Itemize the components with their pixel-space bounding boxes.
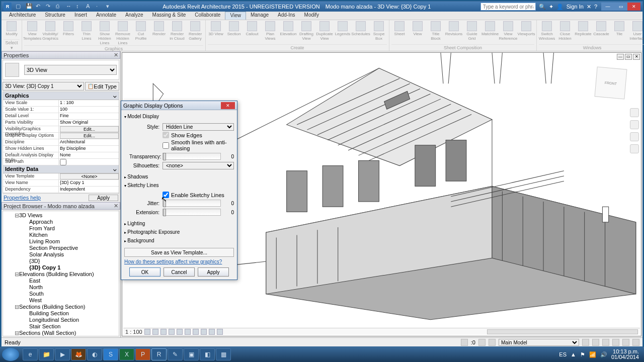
open-icon[interactable]: ▢ — [16, 3, 23, 10]
ribbon-duplicateview[interactable]: Duplicate View — [316, 21, 333, 41]
tab-view[interactable]: View — [225, 12, 246, 20]
ribbon-closehidden[interactable]: Close Hidden — [557, 21, 573, 41]
exchange-icon[interactable]: ✕ — [587, 4, 591, 10]
tray-action-icon[interactable]: ⚑ — [580, 351, 585, 358]
prop-value[interactable]: Edit... — [58, 126, 119, 132]
taskbar-app2-icon[interactable]: ✎ — [168, 348, 183, 360]
browser-node[interactable]: Building Section — [4, 310, 118, 317]
visual-style-icon[interactable] — [152, 329, 158, 335]
type-selector[interactable]: 3D View — [24, 65, 117, 75]
select-face-icon[interactable] — [612, 339, 619, 346]
tab-insert[interactable]: Insert — [70, 12, 92, 20]
ribbon-filters[interactable]: Filters — [60, 21, 76, 36]
browser-node[interactable]: {3D} — [4, 258, 118, 264]
tab-structure[interactable]: Structure — [40, 12, 70, 20]
show-edges-checkbox[interactable] — [163, 132, 169, 138]
browser-node[interactable]: {3D} Copy 1 — [4, 264, 118, 271]
print-icon[interactable]: ⎙ — [56, 3, 63, 10]
ribbon-dview[interactable]: 3D View — [208, 21, 224, 36]
ribbon-showhiddenlines[interactable]: Show Hidden Lines — [97, 21, 113, 45]
ribbon-userinterface[interactable]: User Interface — [629, 21, 644, 41]
orbit-icon[interactable] — [630, 144, 639, 153]
apply-button[interactable]: Apply — [198, 267, 229, 277]
align-icon[interactable]: ↕ — [76, 3, 83, 10]
ribbon-cutprofile[interactable]: Cut Profile — [133, 21, 149, 41]
taskbar-media-icon[interactable]: ▶ — [55, 348, 70, 360]
measure-icon[interactable]: ↔ — [66, 3, 73, 10]
silhouettes-select[interactable]: <none> — [163, 162, 234, 169]
ribbon-viewreference[interactable]: View Reference — [500, 21, 516, 41]
ok-button[interactable]: OK — [129, 267, 160, 277]
select-pinned-icon[interactable] — [602, 339, 609, 346]
ribbon-schedules[interactable]: Schedules — [353, 21, 369, 36]
rendering-icon[interactable] — [177, 329, 183, 335]
ribbon-sheet[interactable]: Sheet — [391, 21, 408, 36]
tray-up-icon[interactable]: ▲ — [571, 351, 576, 357]
dialog-titlebar[interactable]: Graphic Display Options ✕ — [121, 101, 237, 110]
ribbon-render[interactable]: Render — [151, 21, 167, 36]
tab-addins[interactable]: Add-Ins — [273, 12, 299, 20]
enable-sketchy-checkbox[interactable] — [163, 192, 169, 198]
ribbon-draftingview[interactable]: Drafting View — [298, 21, 314, 41]
ribbon-viewports[interactable]: Viewports — [518, 21, 534, 36]
browser-node[interactable]: South — [4, 291, 118, 297]
prop-value[interactable]: Architectural — [58, 139, 119, 145]
browser-node[interactable]: West — [4, 297, 118, 304]
undo-icon[interactable]: ↶ — [36, 3, 43, 10]
app-logo[interactable]: R — [4, 3, 12, 11]
browser-node[interactable]: Stair Section — [4, 323, 118, 330]
minimize-button[interactable]: — — [601, 3, 614, 11]
ribbon-switchwindows[interactable]: Switch Windows — [539, 21, 555, 41]
browser-node[interactable]: Section Perspective — [4, 245, 118, 251]
style-select[interactable]: Hidden Line — [163, 123, 234, 131]
design-options-icon[interactable] — [489, 339, 496, 346]
props-section-identitydata[interactable]: Identity Data⌵ — [3, 165, 119, 173]
ribbon-revisions[interactable]: Revisions — [446, 21, 462, 36]
jitter-slider[interactable] — [163, 200, 221, 207]
tray-date[interactable]: 01/04/2014 — [611, 354, 639, 360]
background-section[interactable]: Background — [124, 236, 234, 245]
taskbar-app4-icon[interactable]: ◧ — [200, 348, 215, 360]
sun-path-icon[interactable] — [160, 329, 167, 335]
help-search-input[interactable] — [480, 3, 536, 11]
prop-value[interactable]: Edit... — [58, 133, 119, 139]
cancel-button[interactable]: Cancel — [164, 267, 195, 277]
more-icon[interactable]: ▾ — [106, 3, 113, 10]
user-icon[interactable]: 👤 — [556, 4, 564, 10]
save-as-template-button[interactable]: Save as View Template... — [124, 248, 234, 257]
prop-value[interactable]: {3D} Copy 1 — [58, 180, 119, 186]
extension-slider[interactable] — [163, 209, 221, 216]
tab-massingsite[interactable]: Massing & Site — [148, 12, 191, 20]
properties-close-icon[interactable]: ✕ — [114, 52, 118, 58]
tab-annotate[interactable]: Annotate — [92, 12, 121, 20]
start-button[interactable] — [2, 348, 19, 361]
crop-icon[interactable] — [185, 329, 191, 335]
browser-node[interactable]: From Yard — [4, 225, 118, 232]
browser-node[interactable]: North — [4, 284, 118, 291]
ribbon-viewtemplates[interactable]: View Templates — [24, 21, 40, 41]
view-instance-selector[interactable]: 3D View: {3D} Copy 1 — [3, 82, 84, 90]
smooth-lines-checkbox[interactable] — [163, 142, 169, 149]
browser-node[interactable]: Kitchen — [4, 232, 118, 238]
taskbar-revit-icon[interactable]: R — [151, 348, 167, 360]
detail-level-icon[interactable] — [144, 329, 150, 335]
modify-button[interactable]: Modify — [4, 21, 20, 36]
ribbon-legends[interactable]: Legends — [335, 21, 351, 36]
props-section-graphics[interactable]: Graphics⌵ — [3, 92, 119, 100]
prop-value[interactable]: <None> — [58, 173, 119, 179]
taskbar-excel-icon[interactable]: X — [119, 348, 134, 360]
save-icon[interactable]: 💾 — [26, 3, 33, 10]
tray-net-icon[interactable]: 📶 — [589, 351, 596, 358]
prop-value[interactable]: 1 : 100 — [58, 100, 119, 106]
ribbon-removehiddenlines[interactable]: Remove Hidden Lines — [115, 21, 131, 45]
taskbar-app5-icon[interactable]: ▦ — [216, 348, 231, 360]
tab-manage[interactable]: Manage — [246, 12, 273, 20]
ribbon-visibilitygraphics[interactable]: Visibility/ Graphics — [42, 21, 58, 41]
lighting-section[interactable]: Lighting — [124, 219, 234, 228]
prop-value[interactable]: By Discipline — [58, 146, 119, 152]
search-icon[interactable]: 🔍 — [539, 4, 546, 10]
ribbon-cascade[interactable]: Cascade — [593, 21, 609, 36]
browser-node[interactable]: ⊟3D Views — [4, 212, 118, 219]
taskbar-skype-icon[interactable]: S — [103, 348, 118, 360]
zoom-icon[interactable] — [630, 132, 639, 141]
